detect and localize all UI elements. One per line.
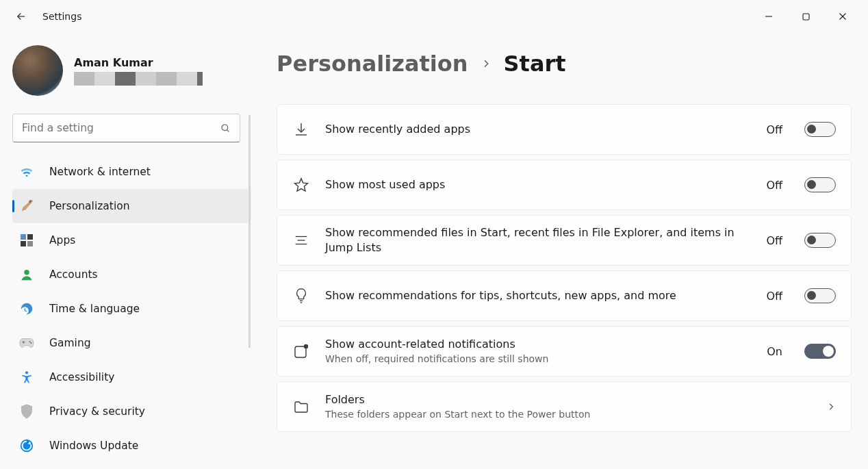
sidebar-item-windows-update[interactable]: Windows Update: [12, 429, 251, 463]
minimize-button[interactable]: [753, 5, 784, 27]
toggle-switch[interactable]: [804, 233, 836, 248]
sidebar-item-apps[interactable]: Apps: [12, 223, 251, 257]
folder-icon: [292, 398, 310, 416]
toggle-switch[interactable]: [804, 344, 836, 359]
sidebar-item-accessibility[interactable]: Accessibility: [12, 360, 251, 394]
user-name: Aman Kumar: [74, 56, 203, 69]
sidebar: Aman Kumar Network & internet Personaliz…: [0, 33, 253, 469]
toggle-switch[interactable]: [804, 177, 836, 192]
chevron-right-icon: [481, 58, 492, 69]
setting-title: Show recommendations for tips, shortcuts…: [325, 288, 751, 303]
notification-badge-icon: [292, 342, 310, 360]
search-icon: [220, 123, 231, 134]
svg-point-10: [24, 270, 29, 275]
window-controls: [753, 5, 863, 27]
apps-icon: [19, 233, 34, 248]
toggle-state-label: Off: [766, 234, 782, 247]
sidebar-item-personalization[interactable]: Personalization: [12, 189, 251, 223]
toggle-state-label: Off: [766, 123, 782, 136]
breadcrumb: Personalization Start: [277, 51, 852, 77]
paintbrush-icon: [19, 199, 34, 214]
svg-point-13: [29, 341, 30, 342]
sidebar-item-label: Accessibility: [49, 371, 114, 383]
titlebar-left: Settings: [5, 9, 81, 24]
setting-title: Show most used apps: [325, 177, 751, 192]
chevron-right-icon: [826, 402, 836, 411]
setting-most-used-apps[interactable]: Show most used apps Off: [277, 160, 852, 210]
sidebar-item-label: Privacy & security: [49, 405, 145, 418]
close-icon: [839, 12, 847, 21]
sidebar-scrollbar[interactable]: [248, 115, 251, 348]
svg-point-4: [222, 125, 228, 131]
toggle-state-label: Off: [766, 179, 782, 192]
search-box[interactable]: [12, 114, 240, 142]
svg-rect-7: [27, 234, 33, 240]
sidebar-item-privacy[interactable]: Privacy & security: [12, 394, 251, 429]
list-icon: [292, 231, 310, 249]
svg-point-25: [304, 344, 308, 348]
setting-subtitle: When off, required notifications are sti…: [325, 353, 752, 366]
settings-list: Show recently added apps Off Show most u…: [277, 104, 852, 432]
close-button[interactable]: [827, 5, 858, 27]
toggle-switch[interactable]: [804, 288, 836, 303]
svg-point-14: [30, 342, 31, 344]
sidebar-item-accounts[interactable]: Accounts: [12, 257, 251, 292]
sidebar-item-time-language[interactable]: Time & language: [12, 292, 251, 326]
back-arrow-icon: [15, 10, 27, 23]
setting-recommendations-tips[interactable]: Show recommendations for tips, shortcuts…: [277, 270, 852, 321]
setting-title: Show recently added apps: [325, 122, 751, 137]
wifi-icon: [19, 164, 34, 179]
gamepad-icon: [19, 335, 34, 351]
user-email-blurred: [74, 72, 203, 86]
back-button[interactable]: [14, 9, 29, 24]
lightbulb-icon: [292, 287, 310, 305]
setting-title: Show recommended files in Start, recent …: [325, 225, 751, 255]
maximize-button[interactable]: [790, 5, 821, 27]
search-input[interactable]: [22, 122, 220, 134]
svg-rect-6: [21, 234, 26, 240]
shield-icon: [19, 404, 34, 419]
setting-recently-added-apps[interactable]: Show recently added apps Off: [277, 104, 852, 155]
sidebar-item-network[interactable]: Network & internet: [12, 155, 251, 189]
toggle-state-label: On: [767, 345, 782, 358]
sidebar-item-label: Accounts: [49, 268, 98, 281]
sidebar-item-label: Apps: [49, 234, 75, 246]
titlebar: Settings: [0, 0, 868, 33]
avatar: [12, 45, 63, 96]
setting-folders[interactable]: Folders These folders appear on Start ne…: [277, 381, 852, 432]
person-icon: [19, 267, 34, 282]
svg-rect-24: [295, 346, 306, 357]
sidebar-item-label: Network & internet: [49, 166, 151, 178]
user-block[interactable]: Aman Kumar: [12, 45, 253, 96]
toggle-switch[interactable]: [804, 122, 836, 137]
app-title: Settings: [42, 11, 81, 22]
maximize-icon: [802, 13, 810, 21]
content-area: Personalization Start Show recently adde…: [253, 33, 868, 469]
svg-rect-16: [23, 341, 24, 344]
svg-rect-9: [27, 241, 33, 246]
download-icon: [292, 121, 310, 138]
sidebar-item-label: Windows Update: [49, 440, 138, 452]
breadcrumb-current: Start: [504, 51, 566, 77]
svg-rect-1: [803, 14, 809, 20]
svg-line-5: [227, 129, 229, 131]
star-icon: [292, 176, 310, 194]
sidebar-item-gaming[interactable]: Gaming: [12, 326, 251, 360]
setting-recommended-files[interactable]: Show recommended files in Start, recent …: [277, 215, 852, 266]
setting-title: Show account-related notifications: [325, 337, 752, 352]
setting-subtitle: These folders appear on Start next to th…: [325, 408, 811, 421]
accessibility-icon: [19, 370, 34, 385]
update-icon: [19, 438, 34, 453]
sidebar-item-label: Time & language: [49, 303, 140, 315]
svg-point-17: [25, 371, 28, 374]
sidebar-item-label: Gaming: [49, 337, 91, 349]
sidebar-item-label: Personalization: [49, 200, 130, 212]
minimize-icon: [765, 12, 773, 21]
svg-rect-8: [21, 241, 26, 246]
clock-globe-icon: [19, 301, 34, 316]
setting-title: Folders: [325, 392, 811, 407]
breadcrumb-parent[interactable]: Personalization: [277, 51, 468, 77]
toggle-state-label: Off: [766, 290, 782, 303]
nav-list: Network & internet Personalization Apps …: [12, 155, 253, 463]
setting-account-notifications[interactable]: Show account-related notifications When …: [277, 326, 852, 377]
